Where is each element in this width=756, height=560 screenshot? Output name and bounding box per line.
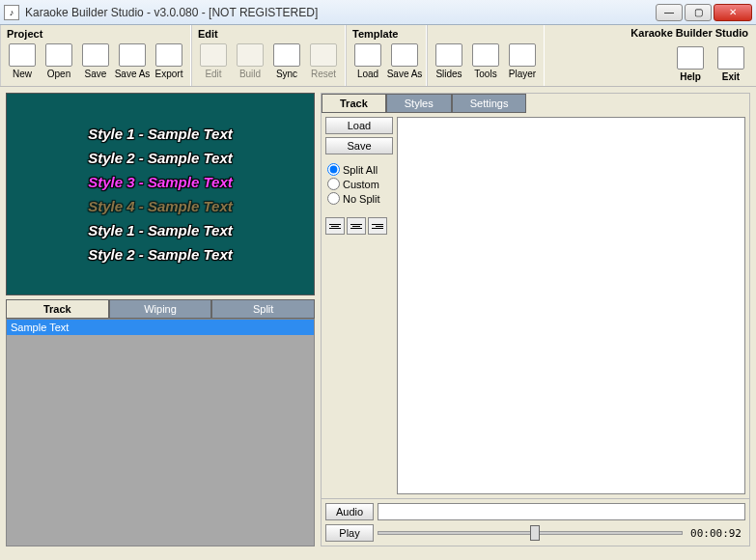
play-button[interactable]: Play — [325, 524, 374, 542]
main-area: Style 1 - Sample Text Style 2 - Sample T… — [0, 87, 756, 552]
saveas-button[interactable]: Save As — [115, 42, 150, 81]
new-icon — [9, 43, 36, 67]
lyrics-editor[interactable] — [397, 117, 745, 494]
right-body: Load Save Split All Custom No Split — [322, 113, 749, 498]
minimize-button[interactable]: — — [656, 4, 683, 21]
exit-button[interactable]: Exit — [714, 44, 748, 84]
slides-icon — [435, 43, 462, 67]
preview-line: Style 4 - Sample Text — [88, 198, 233, 214]
open-icon — [45, 43, 72, 67]
player-button[interactable]: Player — [505, 42, 540, 81]
tools-icon — [472, 43, 499, 67]
sync-icon — [273, 43, 300, 67]
preview-line: Style 3 - Sample Text — [88, 174, 233, 190]
group-title-project: Project — [5, 27, 186, 42]
audio-button[interactable]: Audio — [325, 503, 374, 520]
toolbar-group-project: Project New Open Save Save As Export — [0, 25, 191, 86]
export-button[interactable]: Export — [152, 42, 186, 81]
tab-track[interactable]: Track — [6, 299, 109, 319]
export-icon — [155, 43, 182, 67]
preview-pane: Style 1 - Sample Text Style 2 - Sample T… — [6, 93, 315, 295]
align-buttons — [325, 217, 393, 235]
build-icon — [237, 43, 264, 67]
toolbar-group-template: Template Load Save As — [346, 25, 427, 86]
saveas-icon — [119, 43, 146, 67]
radio-custom[interactable]: Custom — [327, 178, 393, 190]
new-button[interactable]: New — [5, 42, 40, 81]
template-load-button[interactable]: Load — [350, 42, 385, 81]
preview-line: Style 1 - Sample Text — [88, 126, 233, 142]
template-saveas-button[interactable]: Save As — [387, 42, 422, 81]
slides-button[interactable]: Slides — [432, 42, 466, 81]
tab-wiping[interactable]: Wiping — [109, 299, 212, 319]
align-right-button[interactable] — [368, 217, 387, 235]
save-button[interactable]: Save — [78, 42, 113, 81]
bottom-bar: Audio Play 00:00:92 — [322, 498, 749, 546]
edit-icon — [200, 43, 227, 67]
titlebar: ♪ Karaoke Builder Studio - v3.0.080 - [N… — [0, 0, 756, 25]
rtab-styles[interactable]: Styles — [386, 94, 452, 113]
slider-thumb[interactable] — [530, 525, 540, 541]
track-row[interactable]: Sample Text — [7, 320, 314, 335]
save-icon — [82, 43, 109, 67]
reset-button[interactable]: Reset — [306, 42, 341, 81]
radio-splitall[interactable]: Split All — [327, 163, 393, 176]
load-track-button[interactable]: Load — [325, 117, 393, 134]
group-title-template: Template — [350, 27, 422, 42]
tools-button[interactable]: Tools — [468, 42, 503, 81]
load-icon — [354, 43, 381, 67]
window-title: Karaoke Builder Studio - v3.0.080 - [NOT… — [25, 6, 656, 19]
align-center-button[interactable] — [347, 217, 366, 235]
radio-nosplit[interactable]: No Split — [327, 192, 393, 205]
save-track-button[interactable]: Save — [325, 137, 393, 154]
audio-path-field[interactable] — [378, 503, 745, 520]
preview-line: Style 2 - Sample Text — [88, 150, 233, 166]
brand-text: Karaoke Builder Studio — [630, 27, 748, 39]
right-tabs: Track Styles Settings — [322, 94, 749, 113]
help-button[interactable]: Help — [673, 44, 708, 84]
split-options: Split All Custom No Split — [325, 163, 393, 205]
rtab-settings[interactable]: Settings — [452, 94, 527, 113]
timecode: 00:00:92 — [686, 527, 745, 540]
group-title-edit: Edit — [196, 27, 341, 42]
maximize-button[interactable]: ▢ — [685, 4, 712, 21]
preview-line: Style 1 - Sample Text — [88, 222, 233, 238]
left-column: Style 1 - Sample Text Style 2 - Sample T… — [6, 93, 315, 546]
exit-icon — [717, 46, 744, 70]
tab-split[interactable]: Split — [211, 299, 315, 319]
brand: Karaoke Builder Studio Help Exit — [623, 25, 756, 86]
align-left-button[interactable] — [325, 217, 345, 235]
reset-icon — [310, 43, 337, 67]
rtab-track[interactable]: Track — [322, 94, 386, 113]
playback-slider[interactable] — [378, 524, 683, 542]
player-icon — [509, 43, 536, 67]
right-column: Track Styles Settings Load Save Split Al… — [321, 93, 750, 546]
build-button[interactable]: Build — [233, 42, 267, 81]
toolbar: Project New Open Save Save As Export Edi… — [0, 25, 756, 87]
right-side-panel: Load Save Split All Custom No Split — [325, 117, 393, 494]
help-icon — [677, 46, 704, 70]
template-saveas-icon — [391, 43, 418, 67]
toolbar-group-edit: Edit Edit Build Sync Reset — [191, 25, 346, 86]
preview-line: Style 2 - Sample Text — [88, 246, 233, 263]
left-tabs: Track Wiping Split — [6, 299, 315, 319]
edit-button[interactable]: Edit — [196, 42, 231, 81]
app-icon: ♪ — [4, 5, 19, 20]
sync-button[interactable]: Sync — [269, 42, 304, 81]
toolbar-group-extra: Slides Tools Player — [427, 25, 545, 86]
track-list[interactable]: Sample Text — [6, 319, 315, 546]
open-button[interactable]: Open — [42, 42, 76, 81]
close-button[interactable]: ✕ — [714, 4, 752, 21]
